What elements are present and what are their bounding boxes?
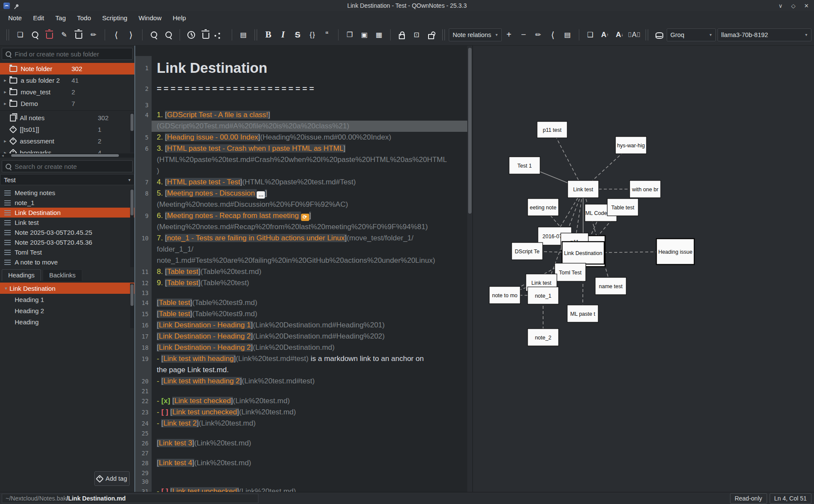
add-tag-button[interactable]: Add tag — [94, 471, 130, 486]
editor-line-23[interactable]: 23- [ ] [Link test unchecked](Link%20tes… — [135, 407, 472, 418]
tab-backlinks[interactable]: Backlinks — [43, 269, 82, 281]
tag-tree-hscrollbar[interactable]: ◂ — [0, 153, 134, 158]
editor-line-4[interactable]: 41. [GDScript Test - A file is a class!] — [135, 109, 472, 121]
note-relations-graph[interactable]: p11 testhys-war-higTest 1Link testwith o… — [472, 46, 814, 492]
note-item-note-1[interactable]: note_1 — [0, 198, 134, 208]
tab-headings[interactable]: Headings — [2, 269, 41, 281]
editor-line-5[interactable]: 52. [Heading issue - 00.00 Index](Headin… — [135, 132, 472, 143]
todo-list-button[interactable]: ▤ — [236, 28, 251, 42]
menu-help[interactable]: Help — [167, 12, 192, 23]
folder-item-demo[interactable]: ▸Demo7 — [0, 98, 134, 109]
headings-vscrollbar[interactable] — [130, 283, 134, 328]
back-button[interactable]: ⟨ — [109, 28, 124, 42]
strikethrough-button[interactable]: S — [290, 28, 305, 42]
share-note-icon[interactable] — [213, 28, 228, 42]
note-item-toml-test[interactable]: Toml Test — [0, 247, 134, 257]
rename-note-button[interactable]: ✎ — [57, 28, 71, 42]
menu-tag[interactable]: Tag — [50, 12, 71, 23]
relations-toolbar-drag-handle[interactable] — [442, 29, 445, 40]
heading-item-link-destination[interactable]: ▾Link Destination — [0, 283, 134, 294]
editor-line-14[interactable]: 14[Table test](Table%20test9.md) — [135, 297, 472, 308]
graph-node-with-one-br[interactable]: with one br — [630, 180, 661, 198]
insert-date-button[interactable]: ▦ — [372, 28, 386, 42]
insert-image-button[interactable]: ▣ — [357, 28, 372, 42]
replace-in-note-icon[interactable] — [161, 28, 176, 42]
editor-line-wrap-7[interactable]: (HTML%20paste%20test.md#Crash%20when%20I… — [135, 154, 472, 165]
code-button[interactable]: { } — [305, 28, 320, 42]
graph-node-note-1[interactable]: note_1 — [528, 287, 559, 304]
bold-button[interactable]: B — [261, 28, 276, 42]
editor-line-7[interactable]: 74. [HTML paste test - Test](HTML%20past… — [135, 177, 472, 188]
collapse-left-icon[interactable]: ⟨ — [546, 28, 560, 42]
find-in-note-icon[interactable] — [146, 28, 161, 42]
graph-node-link-test-hub[interactable]: Link test — [568, 180, 599, 198]
blockquote-button[interactable]: “ — [320, 28, 334, 42]
new-note-button[interactable]: ❏ — [13, 28, 28, 42]
editor-line-21[interactable]: 21 — [135, 387, 472, 395]
fit-view-icon[interactable]: ❑ — [583, 28, 598, 42]
editor-line-25[interactable]: 25 — [135, 429, 472, 438]
tag-item-ts01[interactable]: [[ts01]]1 — [0, 124, 134, 135]
note-item-link-test[interactable]: Link test — [0, 218, 134, 227]
select-frame-icon[interactable]: ⌷A⌷ — [627, 28, 642, 42]
trash-button[interactable] — [71, 28, 86, 42]
editor-line-9[interactable]: 96. [Meeting notes - Recap from last mee… — [135, 210, 472, 221]
note-relations-select[interactable]: Note relations▾ — [449, 28, 502, 41]
edit-graph-button[interactable]: ✏ — [531, 28, 546, 42]
editor-line-3[interactable]: 3 — [135, 101, 472, 109]
find-note-icon[interactable] — [28, 28, 42, 42]
expander-icon[interactable]: ▸ — [2, 89, 9, 95]
editor-line-wrap-13[interactable]: (Meeting%20notes.md#Recap%20from%20last%… — [135, 221, 472, 233]
editor-line-26[interactable]: 26[Link test 3](Link%20test.md) — [135, 438, 472, 449]
editor-line-24[interactable]: 24- [Link test 2](Link%20test.md) — [135, 418, 472, 429]
folder-search-input[interactable]: Find or create note sub folder — [2, 48, 133, 60]
tag-item-all-notes[interactable]: All notes302 — [0, 112, 134, 124]
graph-node-phys-war-hig[interactable]: hys-war-hig — [615, 137, 646, 154]
graph-node-note-2[interactable]: note_2 — [528, 329, 559, 346]
panel-layout-icon[interactable]: ▤ — [560, 28, 575, 42]
editor-line-20[interactable]: 20- [Link test with heading 2](Link%20te… — [135, 376, 472, 387]
trashed-notes-button[interactable] — [199, 28, 213, 42]
note-item-meeting-notes[interactable]: Meeting notes — [0, 188, 134, 198]
heading-item-heading-1[interactable]: Heading 1 — [0, 294, 134, 305]
italic-button[interactable]: I — [276, 28, 290, 42]
editor-line-29[interactable]: 29 — [135, 469, 472, 477]
editor-line-18[interactable]: 18[Link Destination - Heading 2](Link%20… — [135, 342, 472, 353]
ai-toolbar-drag-handle[interactable] — [646, 29, 648, 40]
graph-node-name-test[interactable]: name test — [595, 277, 626, 295]
tag-item-assessment[interactable]: ▸assessment2 — [0, 135, 134, 147]
graph-node-ml-paste-t[interactable]: ML paste t — [567, 305, 598, 322]
editor-line-16[interactable]: 16[Link Destination - Heading 1](Link%20… — [135, 320, 472, 331]
note-filter-select[interactable]: Test ▾ — [0, 174, 134, 185]
edit-pencil-button[interactable]: ✏ — [86, 28, 101, 42]
remove-note-button[interactable] — [42, 28, 57, 42]
editor-line-28[interactable]: 28[Link test 4](Link%20test.md) — [135, 457, 472, 469]
note-item-note-2025-03-05t20-45-25[interactable]: Note 2025-03-05T20.45.25 — [0, 227, 134, 237]
expander-icon[interactable]: ▸ — [2, 150, 9, 153]
expander-icon[interactable]: ▸ — [2, 138, 9, 144]
graph-node-heading-issue[interactable]: Heading issue — [656, 239, 694, 264]
editor-line-6[interactable]: 63. [HTML paste test - Crash when I past… — [135, 143, 472, 154]
unlock-icon[interactable] — [424, 28, 438, 42]
zoom-in-graph-button[interactable]: + — [502, 28, 516, 42]
heading-item-heading[interactable]: Heading — [0, 316, 134, 327]
editor-line-1[interactable]: 1Link Destination — [135, 56, 472, 80]
expander-icon[interactable]: ▸ — [2, 78, 9, 83]
editor-line-11[interactable]: 118. [Table test](Table%20test.md) — [135, 266, 472, 277]
editor-line-wrap-16[interactable]: note_1.md#Tests%20are%20failing%20in%20G… — [135, 255, 472, 266]
expander-icon[interactable]: ▾ — [3, 286, 9, 291]
editor-line-2[interactable]: 2======================= — [135, 80, 472, 101]
editor-line-8[interactable]: 85. [Meeting notes - Discussion …] — [135, 188, 472, 199]
menu-note[interactable]: Note — [3, 12, 28, 23]
editor-line-31[interactable]: 31- [ ] [Link test unchecked](Link%20tes… — [135, 486, 472, 492]
readonly-toggle[interactable]: Read-only — [730, 493, 767, 504]
toolbar-drag-handle[interactable] — [6, 29, 9, 40]
menu-window[interactable]: Window — [133, 12, 167, 23]
editor-vscrollbar[interactable] — [467, 46, 472, 492]
editor-line-22[interactable]: 22- [x] [Link test checked](Link%20test.… — [135, 395, 472, 407]
checkbox-icon[interactable]: ⊡ — [409, 28, 424, 42]
zoom-out-graph-button[interactable]: − — [516, 28, 531, 42]
graph-node-dscript-te[interactable]: DScript Te — [512, 243, 543, 260]
note-editor[interactable]: 1Link Destination2======================… — [135, 46, 472, 492]
menu-edit[interactable]: Edit — [28, 12, 50, 23]
